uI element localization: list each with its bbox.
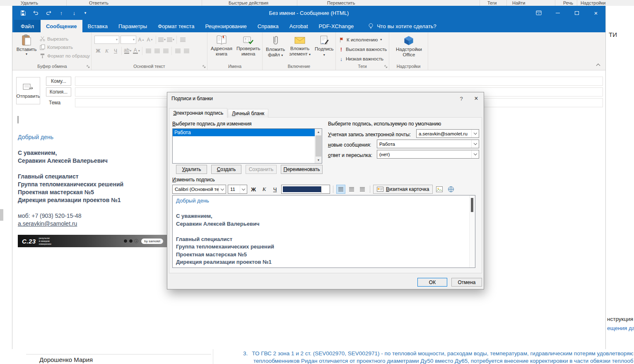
move-down-icon[interactable]: ↓: [70, 7, 79, 18]
align-right-button[interactable]: [162, 47, 169, 55]
align-left-button[interactable]: [145, 47, 152, 55]
low-importance-button[interactable]: ↓ Низкая важность: [339, 55, 389, 63]
font-size-combo[interactable]: 11: [228, 185, 247, 194]
follow-up-button[interactable]: К исполнению ▾: [339, 36, 389, 44]
office-addins-button[interactable]: НадстройкиOffice: [394, 34, 424, 63]
signature-editor[interactable]: Добрый день С уважением, Серавкин Алексе…: [172, 195, 475, 268]
tab-help[interactable]: Справка: [252, 20, 284, 32]
scrollbar-thumb[interactable]: [316, 135, 321, 157]
clear-formatting-button[interactable]: [179, 36, 186, 44]
tell-me-search[interactable]: Что вы хотите сделать?: [368, 20, 436, 32]
signature-listbox[interactable]: Работа ▲ ▼: [172, 128, 322, 164]
paste-button[interactable]: Вставить ▾: [16, 34, 37, 56]
align-left-button[interactable]: [336, 185, 345, 194]
signature-button[interactable]: Подпись▾: [313, 34, 335, 63]
replies-forwards-combo[interactable]: (нет): [377, 150, 479, 159]
high-importance-button[interactable]: ! Высокая важность: [339, 45, 389, 53]
tab-file[interactable]: Файл: [14, 20, 41, 32]
to-button[interactable]: Кому...: [46, 77, 71, 86]
address-book-button[interactable]: Адреснаякнига: [209, 34, 234, 63]
font-family-combo[interactable]: ▾: [94, 36, 119, 44]
chevron-down-icon[interactable]: [471, 130, 479, 137]
align-center-button[interactable]: [347, 185, 356, 194]
check-names-icon: [243, 35, 254, 45]
tab-message[interactable]: Сообщение: [41, 20, 82, 32]
underline-button[interactable]: Ч: [112, 47, 119, 55]
chevron-down-icon[interactable]: [471, 140, 479, 148]
close-button[interactable]: ×: [586, 6, 605, 20]
save-icon[interactable]: [18, 7, 27, 18]
scrollbar-thumb[interactable]: [471, 198, 473, 212]
minimize-button[interactable]: [548, 6, 567, 20]
signature-list-item-selected[interactable]: Работа: [173, 129, 315, 136]
font-color-button[interactable]: А▾: [133, 47, 140, 55]
check-names-button[interactable]: Проверитьимена: [235, 34, 262, 63]
tab-email-signature[interactable]: Электронная подпись: [169, 108, 227, 118]
bold-button[interactable]: Ж: [249, 185, 258, 194]
format-painter-button[interactable]: Формат по образцу: [40, 53, 90, 59]
business-card-button[interactable]: Визитная карточка: [373, 185, 433, 194]
email-account-combo[interactable]: a.seravkin@samolet.ru: [416, 129, 479, 138]
delete-signature-button[interactable]: Удалить: [176, 165, 207, 174]
rename-signature-button[interactable]: Переименовать: [281, 165, 323, 174]
attach-file-button[interactable]: Вложитьфайл ▾: [264, 34, 287, 63]
chevron-down-icon[interactable]: [240, 185, 247, 193]
signature-email-link[interactable]: a.seravkin@samolet.ru: [18, 220, 123, 228]
undo-icon[interactable]: [31, 7, 40, 18]
dialog-help-button[interactable]: ?: [454, 92, 469, 105]
tab-review[interactable]: Рецензирование: [200, 20, 252, 32]
attach-item-button[interactable]: Вложитьэлемент ▾: [287, 34, 312, 63]
chevron-down-icon[interactable]: [471, 150, 479, 158]
dialog-close-button[interactable]: ×: [469, 92, 484, 105]
tab-pdf-xchange[interactable]: PDF-XChange: [313, 20, 359, 32]
numbering-button[interactable]: ▾: [167, 36, 174, 44]
new-messages-combo[interactable]: Работа: [377, 140, 479, 148]
cancel-button[interactable]: Отмена: [451, 278, 482, 287]
move-up-icon[interactable]: ↑: [57, 7, 66, 18]
banner-dot-icon: [123, 239, 128, 243]
tab-insert[interactable]: Вставка: [82, 20, 113, 32]
tab-personal-stationery[interactable]: Личный бланк: [228, 109, 268, 118]
scroll-down-icon[interactable]: ▼: [315, 157, 322, 163]
italic-button[interactable]: К: [103, 47, 111, 55]
group-tags: К исполнению ▾ ! Высокая важность ↓ Низк…: [336, 32, 389, 70]
increase-indent-button[interactable]: [183, 47, 190, 55]
insert-picture-button[interactable]: [434, 185, 444, 194]
bold-button[interactable]: Ж: [94, 47, 102, 55]
font-size-combo[interactable]: ▾: [121, 36, 136, 44]
listbox-scrollbar[interactable]: ▲ ▼: [315, 129, 322, 163]
ribbon-display-options-icon[interactable]: [529, 6, 548, 20]
italic-button[interactable]: К: [260, 185, 269, 194]
align-center-button[interactable]: [153, 47, 161, 55]
tab-options[interactable]: Параметры: [113, 20, 152, 32]
shrink-font-button[interactable]: А▼: [146, 36, 154, 44]
ok-button[interactable]: ОК: [417, 278, 447, 287]
customize-qat-icon[interactable]: ▾: [82, 7, 88, 18]
clipboard-paste-icon: [22, 34, 31, 46]
bullets-button[interactable]: ▾: [158, 36, 166, 44]
new-signature-button[interactable]: Создать: [211, 165, 241, 174]
copy-button[interactable]: Копировать: [40, 44, 90, 50]
maximize-button[interactable]: [567, 6, 586, 20]
chevron-down-icon[interactable]: [321, 186, 321, 192]
scroll-up-icon[interactable]: ▲: [315, 129, 322, 135]
editor-scrollbar[interactable]: [469, 195, 475, 268]
chevron-down-icon[interactable]: [219, 185, 226, 193]
highlight-button[interactable]: ab▾: [124, 47, 131, 55]
insert-hyperlink-button[interactable]: [446, 185, 456, 194]
cc-button[interactable]: Копия...: [46, 87, 71, 96]
underline-button[interactable]: Ч: [270, 185, 280, 194]
font-color-combo[interactable]: [281, 185, 330, 194]
grow-font-button[interactable]: А▲: [137, 36, 145, 44]
redo-icon[interactable]: [44, 7, 53, 18]
tab-acrobat[interactable]: Acrobat: [284, 20, 313, 32]
tab-format-text[interactable]: Формат текста: [152, 20, 200, 32]
decrease-indent-button[interactable]: [174, 47, 181, 55]
align-right-button[interactable]: [358, 185, 367, 194]
font-combo[interactable]: Calibri (Основной те: [172, 185, 226, 194]
cut-button[interactable]: Вырезать: [40, 36, 90, 41]
collapse-ribbon-button[interactable]: [595, 62, 601, 67]
to-field[interactable]: [75, 77, 603, 86]
send-button[interactable]: Отправить: [16, 77, 40, 104]
editor-line: Проектная мастерская №5: [176, 251, 467, 259]
